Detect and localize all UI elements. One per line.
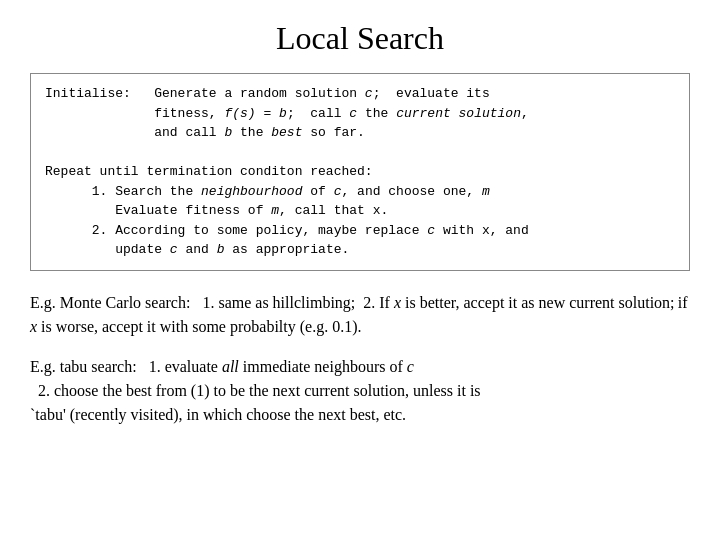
code-line-5: 1. Search the neighbourhood of c, and ch… [45, 184, 490, 199]
page-title: Local Search [30, 20, 690, 57]
code-line-7: 2. According to some policy, maybe repla… [45, 223, 529, 238]
algorithm-box: Initialise: Generate a random solution c… [30, 73, 690, 271]
code-line-3: and call b the best so far. [45, 125, 365, 140]
code-line-4: Repeat until termination conditon reache… [45, 164, 373, 179]
code-line-1: Initialise: Generate a random solution c… [45, 86, 490, 101]
code-line-8: update c and b as appropriate. [45, 242, 349, 257]
monte-carlo-block: E.g. Monte Carlo search: 1. same as hill… [30, 291, 690, 339]
tabu-search-block: E.g. tabu search: 1. evaluate all immedi… [30, 355, 690, 427]
code-line-2: fitness, f(s) = b; call c the current so… [45, 106, 529, 121]
code-line-6: Evaluate fitness of m, call that x. [45, 203, 388, 218]
